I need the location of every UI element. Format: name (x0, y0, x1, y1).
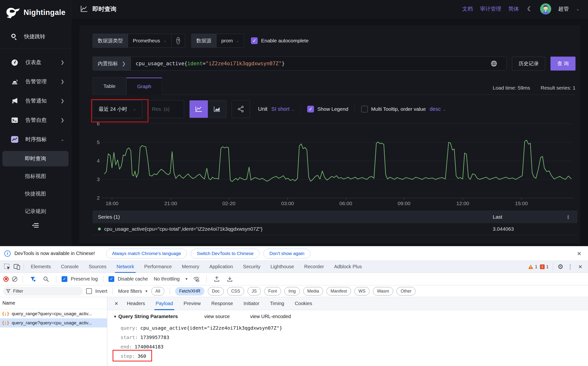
tab-console[interactable]: Console (56, 261, 83, 273)
export-har-icon[interactable] (225, 274, 235, 284)
chip-all[interactable]: All (151, 287, 164, 296)
request-row[interactable]: {;} query_range?query=cpu_usage_activ... (0, 309, 107, 318)
chip-js[interactable]: JS (248, 287, 261, 296)
dont-show-again-button[interactable]: Don't show again (263, 249, 310, 258)
tab-recorder[interactable]: Recorder (299, 261, 329, 273)
tab-headers[interactable]: Headers (121, 297, 150, 310)
disable-cache-checkbox[interactable]: ✓ (109, 276, 114, 282)
tab-performance[interactable]: Performance (139, 261, 177, 273)
import-har-icon[interactable] (212, 274, 222, 284)
language-link[interactable]: 简体 (508, 5, 519, 13)
network-conditions-icon[interactable] (192, 274, 201, 284)
tab-response[interactable]: Response (206, 297, 238, 310)
chip-doc[interactable]: Doc (208, 287, 224, 296)
sidebar-item-timeseries-metrics[interactable]: 时序指标 ⌄ (0, 130, 71, 149)
filter-input[interactable] (13, 289, 79, 294)
avatar[interactable] (540, 3, 551, 15)
invert-checkbox[interactable] (86, 288, 92, 294)
tab-table[interactable]: Table (93, 77, 126, 95)
tab-timing[interactable]: Timing (265, 297, 290, 310)
close-detail-icon[interactable]: × (111, 300, 121, 307)
chip-wasm[interactable]: Wasm (373, 287, 393, 296)
sidebar-item-dashboards[interactable]: 仪表盘 ❯ (0, 53, 71, 72)
tab-preview[interactable]: Preview (178, 297, 206, 310)
chip-font[interactable]: Font (264, 287, 281, 296)
tab-application[interactable]: Application (204, 261, 238, 273)
chip-css[interactable]: CSS (227, 287, 244, 296)
time-range-dropdown[interactable]: 最近 24 小时 ⌄ (93, 100, 142, 118)
more-filters-dropdown[interactable]: More filters ▼ (118, 289, 148, 294)
line-chart-toggle[interactable] (190, 100, 208, 118)
chip-img[interactable]: Img (284, 287, 300, 296)
tab-network[interactable]: Network (112, 261, 139, 273)
tab-adblock-plus[interactable]: Adblock Plus (329, 261, 367, 273)
unit-select[interactable]: SI short⌄ (271, 106, 294, 112)
sidebar-item-quick-jump[interactable]: 快捷跳转 (0, 31, 71, 42)
query-button[interactable]: 查 询 (551, 57, 575, 70)
tab-sources[interactable]: Sources (84, 261, 112, 273)
sidebar-item-alert-notification[interactable]: 告警通知 ❯ (0, 91, 71, 111)
settings-gear-icon[interactable]: ⚙ (558, 263, 563, 271)
sidebar-item-alert-selfhealing[interactable]: 告警自愈 ❯ (0, 111, 71, 130)
match-language-button[interactable]: Always match Chrome's language (106, 249, 187, 258)
device-toolbar-icon[interactable] (12, 262, 22, 271)
tab-memory[interactable]: Memory (177, 261, 204, 273)
tab-payload[interactable]: Payload (150, 297, 178, 310)
preserve-log-checkbox[interactable]: ✓ (62, 276, 67, 282)
globe-button[interactable] (486, 60, 502, 67)
datasource-help-button[interactable]: ? (171, 34, 185, 47)
chip-other[interactable]: Other (396, 287, 416, 296)
view-source-link[interactable]: view source (204, 314, 230, 319)
show-legend-checkbox[interactable]: ✓ (307, 106, 314, 113)
sidebar-collapse-button[interactable] (0, 222, 71, 228)
app-logo[interactable]: Nightingale (0, 0, 71, 19)
filter-funnel-icon[interactable] (28, 274, 38, 284)
banner-close-icon[interactable]: × (574, 250, 584, 258)
tab-graph[interactable]: Graph (126, 77, 162, 95)
issues-counter[interactable]: ! 1 (540, 264, 549, 269)
datasource-select[interactable]: prom ⌄ (216, 34, 244, 47)
cpu-usage-chart[interactable]: 2345618:0021:0002-2003:0006:0009:0012:00… (94, 120, 577, 207)
audit-management-link[interactable]: 审计管理 (480, 5, 501, 13)
inspect-element-icon[interactable] (2, 262, 12, 271)
resolution-input[interactable] (148, 100, 184, 118)
view-url-encoded-link[interactable]: view URL-encoded (250, 314, 291, 319)
tab-initiator[interactable]: Initiator (238, 297, 265, 310)
sidebar-item-alert-management[interactable]: 告警管理 ❯ (0, 72, 71, 91)
series-row[interactable]: cpu_usage_active{cpu="cpu-total",ident="… (93, 223, 577, 235)
last-column-header[interactable]: Last ▲▼ (493, 214, 572, 220)
history-button[interactable]: 历史记录 (512, 57, 545, 70)
devtools-close-icon[interactable]: × (577, 263, 584, 271)
user-menu-chevron-icon[interactable]: ⌄ (576, 7, 579, 11)
chip-ws[interactable]: WS (354, 287, 370, 296)
request-row-selected[interactable]: {;} query_range?query=cpu_usage_activ... (0, 318, 107, 328)
tab-elements[interactable]: Elements (26, 261, 56, 273)
order-select[interactable]: desc⌄ (430, 106, 446, 112)
submenu-item-recording-rules[interactable]: 记录规则 (2, 204, 68, 219)
dark-mode-toggle-icon[interactable]: ☾ (527, 5, 533, 13)
record-network-log-icon[interactable] (3, 276, 9, 282)
promql-input[interactable]: cpu_usage_active{ident="iZ2ze4oi71k3qgdx… (131, 57, 506, 70)
autocomplete-checkbox[interactable]: ✓ (251, 37, 258, 44)
tab-security[interactable]: Security (238, 261, 265, 273)
clear-network-log-icon[interactable] (12, 276, 17, 282)
sort-icon[interactable]: ▲▼ (566, 214, 572, 220)
submenu-item-quick-view[interactable]: 快捷视图 (2, 186, 68, 202)
multi-tooltip-checkbox[interactable] (361, 106, 368, 113)
search-icon[interactable] (41, 274, 51, 284)
more-options-icon[interactable]: ⋮ (566, 263, 574, 270)
line-chart[interactable]: 2345618:0021:0002-2003:0006:0009:0012:00… (94, 120, 577, 207)
datasource-type-select[interactable]: Prometheus ⌄ (128, 34, 171, 47)
switch-chinese-button[interactable]: Switch DevTools to Chinese (191, 249, 260, 258)
submenu-item-metric-view[interactable]: 指标视图 (2, 168, 68, 184)
warnings-counter[interactable]: 1 (528, 264, 537, 269)
tab-cookies[interactable]: Cookies (290, 297, 317, 310)
share-button[interactable] (232, 100, 250, 118)
chip-manifest[interactable]: Manifest (327, 287, 351, 296)
username[interactable]: 超管 (558, 5, 569, 13)
builtin-metrics-button[interactable]: 内置指标 ❯ (93, 57, 131, 70)
chip-fetch-xhr[interactable]: Fetch/XHR (175, 287, 204, 296)
disclosure-triangle-icon[interactable]: ▼ (113, 314, 117, 319)
submenu-item-instant-query[interactable]: 即时查询 (2, 151, 68, 166)
chip-media[interactable]: Media (303, 287, 323, 296)
